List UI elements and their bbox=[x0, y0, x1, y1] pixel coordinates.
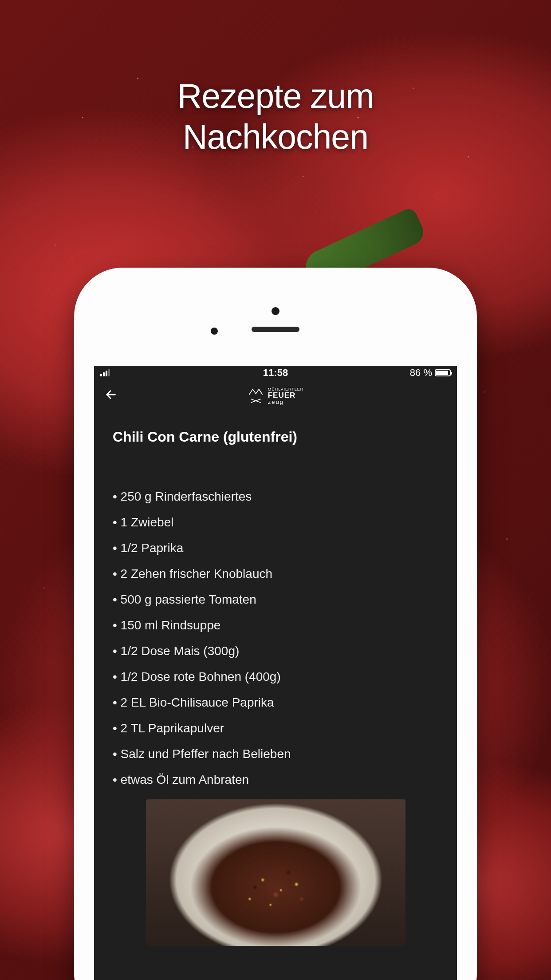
ingredient-item: 150 ml Rindsuppe bbox=[113, 618, 438, 632]
promo-title: Rezepte zum Nachkochen bbox=[177, 75, 374, 158]
ingredient-item: 500 g passierte Tomaten bbox=[113, 593, 438, 607]
ingredient-item: 250 g Rinderfaschiertes bbox=[113, 490, 438, 504]
ingredient-item: Salz und Pfeffer nach Belieben bbox=[113, 747, 438, 761]
logo-mark-icon bbox=[248, 387, 264, 405]
logo-main-text: FEUER bbox=[268, 391, 304, 399]
ingredient-item: 1/2 Dose Mais (300g) bbox=[113, 644, 438, 658]
status-time: 11:58 bbox=[263, 367, 288, 379]
device-camera-dot bbox=[272, 307, 279, 315]
app-logo: MÜHLVIERTLER FEUER zeug bbox=[248, 387, 304, 405]
device-sensor-dot bbox=[211, 328, 218, 335]
app-screen: 11:58 86 % bbox=[94, 366, 457, 980]
recipe-content[interactable]: Chili Con Carne (glutenfrei) 250 g Rinde… bbox=[94, 412, 457, 946]
ingredient-item: etwas Öl zum Anbraten bbox=[113, 773, 438, 787]
ingredient-item: 2 TL Paprikapulver bbox=[113, 721, 438, 735]
arrow-left-icon bbox=[105, 388, 117, 401]
ingredient-item: 1/2 Dose rote Bohnen (400g) bbox=[113, 670, 438, 684]
recipe-title: Chili Con Carne (glutenfrei) bbox=[113, 429, 438, 445]
logo-sub-text: zeug bbox=[268, 399, 304, 405]
status-bar: 11:58 86 % bbox=[94, 366, 457, 380]
phone-device-frame: 11:58 86 % bbox=[74, 268, 477, 980]
ingredient-item: 1 Zwiebel bbox=[113, 515, 438, 530]
battery-percent: 86 % bbox=[410, 367, 432, 379]
ingredient-item: 2 EL Bio-Chilisauce Paprika bbox=[113, 695, 438, 710]
ingredient-item: 2 Zehen frischer Knoblauch bbox=[113, 567, 438, 581]
battery-icon bbox=[435, 369, 451, 376]
app-header: MÜHLVIERTLER FEUER zeug bbox=[94, 380, 457, 412]
recipe-image bbox=[146, 799, 405, 946]
ingredient-item: 1/2 Paprika bbox=[113, 541, 438, 555]
signal-icon bbox=[100, 369, 110, 376]
ingredients-list: 250 g Rinderfaschiertes 1 Zwiebel 1/2 Pa… bbox=[113, 490, 438, 787]
back-button[interactable] bbox=[101, 386, 121, 406]
device-speaker bbox=[252, 327, 299, 332]
